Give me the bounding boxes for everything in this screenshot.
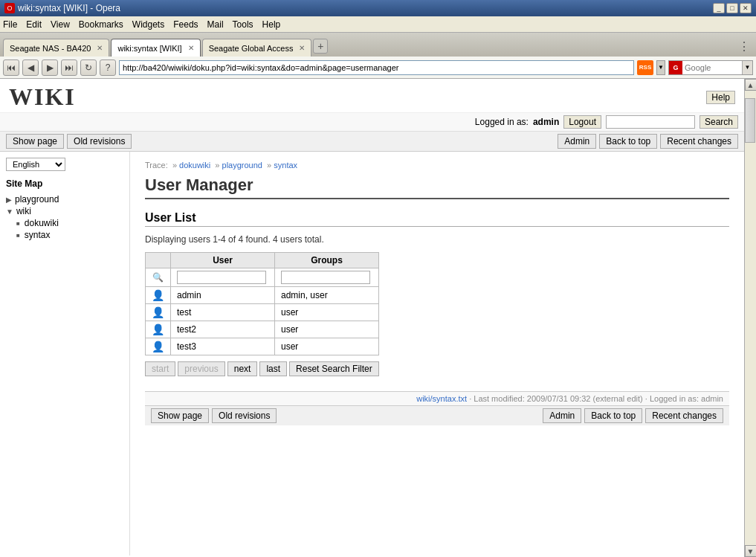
search-engine-icon: G (669, 61, 682, 74)
next-button[interactable]: next (227, 361, 258, 376)
window-title: wiki:syntax [WIKI] - Opera (18, 3, 120, 13)
footer-file-link[interactable]: wiki/syntax.txt (416, 394, 467, 403)
nav-forward-button[interactable]: ▶ (42, 59, 58, 76)
menu-widgets[interactable]: Widgets (132, 19, 164, 30)
logged-in-username: admin (533, 117, 559, 127)
groups-search-input[interactable] (281, 271, 370, 284)
wiki-header-bar: WIKI Help (0, 79, 744, 113)
reset-search-filter-button[interactable]: Reset Search Filter (289, 361, 379, 376)
search-engine-input[interactable] (682, 61, 742, 74)
show-page-button-top[interactable]: Show page (6, 134, 64, 149)
nav-forward-end-button[interactable]: ⏭ (61, 59, 77, 76)
rss-button[interactable]: RSS (637, 60, 653, 75)
scrollbar: ▲ ▼ (744, 79, 756, 557)
user-list-heading: User List (145, 211, 729, 227)
old-revisions-button-top[interactable]: Old revisions (67, 134, 132, 149)
last-button[interactable]: last (259, 361, 287, 376)
menu-bar: File Edit View Bookmarks Widgets Feeds M… (0, 16, 756, 33)
start-button[interactable]: start (145, 361, 175, 376)
nav-back-back-button[interactable]: ⏮ (3, 59, 19, 76)
help-button[interactable]: Help (706, 91, 735, 104)
trace-dokuwiki[interactable]: dokuwiki (179, 161, 210, 170)
trace-playground[interactable]: playground (222, 161, 262, 170)
trace-syntax[interactable]: syntax (274, 161, 297, 170)
tab-1-close[interactable]: ✕ (188, 44, 194, 52)
new-tab-button[interactable]: + (313, 39, 328, 54)
bottom-toolbar-right: Admin Back to top Recent changes (543, 408, 723, 423)
user-name-admin: admin (171, 287, 275, 304)
scroll-track[interactable] (745, 91, 756, 545)
nav-reload-button[interactable]: ↻ (80, 59, 97, 76)
menu-feeds[interactable]: Feeds (173, 19, 198, 30)
address-dropdown[interactable]: ▼ (656, 60, 665, 75)
sidebar-dokuwiki-dot: ■ (16, 220, 20, 227)
user-avatar-admin: 👤 (152, 289, 164, 301)
sidebar-item-dokuwiki[interactable]: ■ dokuwiki (16, 217, 123, 229)
sidebar-dokuwiki-label: dokuwiki (25, 218, 59, 228)
wiki-title: WIKI (9, 83, 76, 111)
menu-bookmarks[interactable]: Bookmarks (79, 19, 123, 30)
menu-tools[interactable]: Tools (233, 19, 253, 30)
table-search-row: 🔍 (146, 268, 379, 287)
close-button[interactable]: ✕ (740, 3, 752, 13)
menu-mail[interactable]: Mail (207, 19, 224, 30)
bottom-toolbar: Show page Old revisions Admin Back to to… (145, 405, 729, 425)
menu-file[interactable]: File (3, 19, 17, 30)
tab-2-close[interactable]: ✕ (299, 44, 305, 52)
user-name-test3: test3 (171, 338, 275, 355)
sidebar-syntax-dot: ■ (16, 232, 20, 239)
wiki-search-button[interactable]: Search (700, 115, 738, 129)
sidebar-item-wiki[interactable]: ▼ wiki (6, 205, 123, 217)
user-avatar-test2: 👤 (152, 323, 164, 335)
tab-0[interactable]: Seagate NAS - BA420 ✕ (3, 39, 109, 57)
maximize-button[interactable]: □ (726, 3, 738, 13)
user-avatar-test: 👤 (152, 306, 164, 318)
nav-back-button[interactable]: ◀ (22, 59, 39, 76)
user-groups-admin: admin, user (275, 287, 379, 304)
user-search-cell (171, 268, 275, 287)
wiki-search-input[interactable] (606, 115, 695, 129)
menu-help[interactable]: Help (262, 19, 281, 30)
trace: Trace: » dokuwiki » playground » syntax (145, 161, 729, 170)
recent-changes-button-bottom[interactable]: Recent changes (645, 408, 723, 423)
browser-icon: O (4, 3, 15, 13)
scroll-up-button[interactable]: ▲ (745, 79, 757, 91)
language-selector: English (6, 158, 123, 171)
scroll-down-button[interactable]: ▼ (745, 545, 757, 557)
old-revisions-button-bottom[interactable]: Old revisions (212, 408, 277, 423)
nav-info-button[interactable]: ? (100, 59, 116, 76)
recent-changes-button-top[interactable]: Recent changes (660, 134, 738, 149)
language-select[interactable]: English (6, 158, 65, 171)
user-name-test: test (171, 304, 275, 321)
top-toolbar: Show page Old revisions Admin Back to to… (0, 132, 744, 152)
table-header-user: User (171, 253, 275, 268)
previous-button[interactable]: previous (178, 361, 224, 376)
groups-search-cell (275, 268, 379, 287)
user-icon-cell-test2: 👤 (146, 321, 171, 338)
tab-0-label: Seagate NAS - BA420 (10, 44, 91, 53)
tab-2[interactable]: Seagate Global Access ✕ (202, 39, 312, 57)
back-to-top-button-bottom[interactable]: Back to top (584, 408, 642, 423)
menu-view[interactable]: View (51, 19, 70, 30)
sidebar-item-syntax[interactable]: ■ syntax (16, 229, 123, 241)
back-to-top-button-top[interactable]: Back to top (599, 134, 657, 149)
tab-1[interactable]: wiki:syntax [WIKI] ✕ (111, 39, 200, 57)
admin-button-top[interactable]: Admin (558, 134, 596, 149)
address-input[interactable] (119, 60, 634, 75)
menu-edit[interactable]: Edit (26, 19, 42, 30)
scroll-thumb[interactable] (745, 98, 755, 143)
user-groups-test3: user (275, 338, 379, 355)
table-header-icon (146, 253, 171, 268)
minimize-button[interactable]: _ (713, 3, 725, 13)
logout-button[interactable]: Logout (563, 115, 601, 129)
footer: wiki/syntax.txt · Last modified: 2009/07… (145, 391, 729, 405)
show-page-button-bottom[interactable]: Show page (151, 408, 209, 423)
table-row: 👤 test2 user (146, 321, 379, 338)
tab-overflow-button[interactable]: ⋮ (738, 39, 753, 54)
tab-0-close[interactable]: ✕ (97, 44, 103, 52)
admin-button-bottom[interactable]: Admin (543, 408, 581, 423)
user-count: Displaying users 1-4 of 4 found. 4 users… (145, 234, 729, 245)
sidebar-item-playground[interactable]: ▶ playground (6, 193, 123, 205)
user-search-input[interactable] (177, 271, 266, 284)
search-engine-dropdown[interactable]: ▼ (742, 61, 752, 74)
